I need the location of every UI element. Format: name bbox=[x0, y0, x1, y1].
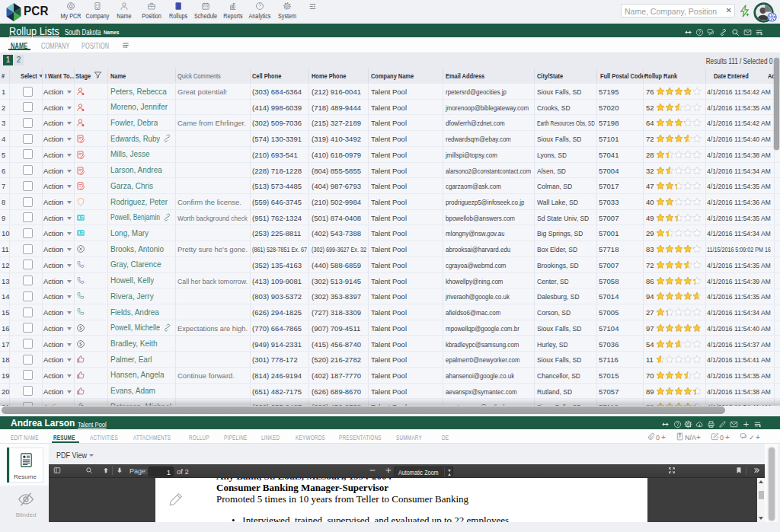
svg-text:$: $ bbox=[79, 326, 82, 330]
svg-text:$: $ bbox=[79, 342, 82, 346]
